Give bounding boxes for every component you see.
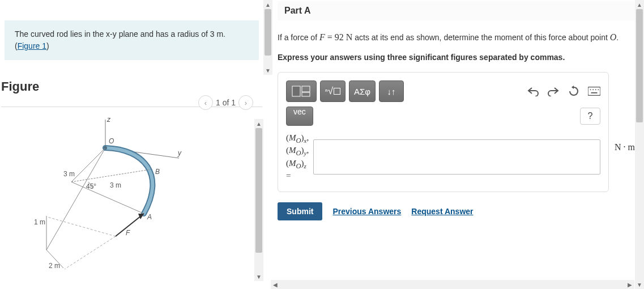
undo-icon[interactable] [527,85,539,97]
svg-point-19 [592,89,594,90]
left-panel: The curved rod lies in the x-y plane and… [0,0,263,289]
submit-row: Submit Previous Answers Request Answer [278,202,636,220]
fig-label-3m-b: 3 m [110,181,121,189]
moment-labels: (MO)x, (MO)y, (MO)z = [286,133,309,181]
svg-point-18 [590,89,591,90]
q-period: . [616,33,619,42]
fig-label-A: A [147,213,152,221]
svg-rect-17 [588,87,600,96]
answer-input-row: (MO)x, (MO)y, (MO)z = [286,133,600,181]
redo-icon[interactable] [547,85,560,97]
sqrt-button[interactable]: ⁿ√ [320,80,346,102]
svg-rect-15 [302,92,310,96]
svg-point-21 [598,89,599,90]
equation-toolbar: ⁿ√ ΑΣφ ↓↑ [286,80,600,102]
svg-marker-16 [572,86,574,89]
fig-label-O: O [109,137,114,145]
q-F: F [319,32,325,42]
svg-line-5 [71,182,144,214]
svg-line-6 [71,169,151,182]
figure-heading: Figure [1,79,263,94]
fig-label-B: B [155,168,160,176]
figure-pager-text: 1 of 1 [216,98,236,107]
main-container: The curved rod lies in the x-y plane and… [0,0,644,289]
svg-line-11 [65,236,116,269]
answer-area: ⁿ√ ΑΣφ ↓↑ vec ? (MO)x, [278,72,609,192]
figure-prev-button[interactable]: ‹ [198,95,213,110]
figure-next-button[interactable]: › [238,95,253,110]
figure-link[interactable]: Figure 1 [18,41,46,50]
svg-rect-22 [591,92,598,94]
svg-point-20 [595,89,596,90]
right-panel: Part A If a force of F = 92 N acts at it… [263,0,644,289]
submit-button[interactable]: Submit [278,202,322,220]
answer-field[interactable] [313,139,600,175]
request-answer-link[interactable]: Request Answer [411,207,473,216]
q-N: N [346,32,353,42]
template-button[interactable] [286,80,317,102]
problem-statement: The curved rod lies in the x-y plane and… [5,20,259,60]
q-eq: = 92 [325,32,346,42]
svg-line-12 [48,217,116,236]
updown-button[interactable]: ↓↑ [379,80,404,102]
answer-box: ⁿ√ ΑΣφ ↓↑ vec ? (MO)x, [278,72,609,192]
vec-button[interactable]: vec [286,107,313,126]
unit-label: N · m [615,142,635,152]
fig-label-3m-a: 3 m [63,170,75,178]
fig-label-z: z [106,116,111,124]
svg-rect-13 [292,86,300,96]
figure-vertical-scrollbar[interactable]: ▲ ▼ [254,119,263,281]
problem-text-pre: The curved rod lies in the x-y plane and… [15,29,210,39]
reset-icon[interactable] [568,85,580,97]
problem-radius: 3 m [210,29,223,39]
previous-answers-link[interactable]: Previous Answers [332,207,401,216]
q-pre: If a force of [278,33,319,42]
keyboard-icon[interactable] [588,85,600,97]
svg-rect-14 [302,86,310,92]
svg-marker-8 [138,214,144,219]
question-text: If a force of F = 92 N acts at its end a… [278,31,636,45]
panel-vertical-scrollbar[interactable]: ▲ ▼ [263,0,272,75]
fig-label-2m: 2 m [49,262,60,270]
page-vertical-scrollbar[interactable]: ▲ ▼ [635,0,644,289]
instruction-text: Express your answers using three signifi… [278,52,636,63]
q-O: O [610,32,617,42]
help-button[interactable]: ? [580,108,600,125]
q-mid: acts at its end as shown, determine the … [352,33,609,42]
problem-text-end: ) [46,41,49,50]
figure-pager: ‹ 1 of 1 › [198,95,253,110]
fig-label-F: F [126,229,130,237]
greek-button[interactable]: ΑΣφ [349,80,376,102]
fig-label-1m: 1 m [34,218,45,226]
fig-label-45: 45° [86,182,96,190]
panel-horizontal-scrollbar[interactable]: ◀ ▶ [271,280,634,289]
part-a-heading: Part A [278,1,636,20]
svg-line-2 [46,148,105,250]
figure-diagram: z y O B A 3 m 3 m [32,114,202,273]
fig-label-y: y [177,149,182,157]
